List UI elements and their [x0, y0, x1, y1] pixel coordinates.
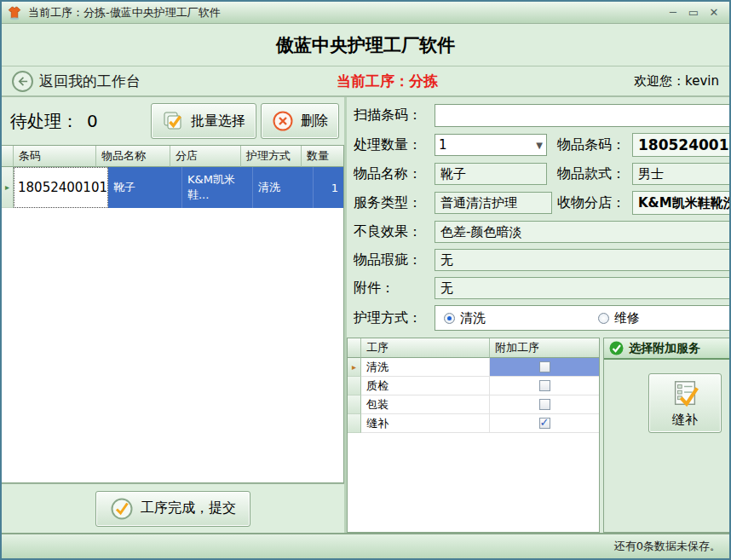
process-row-qc[interactable]: 质检	[348, 377, 599, 395]
back-label: 返回我的工作台	[39, 72, 141, 91]
cell-item-name[interactable]: 靴子	[108, 167, 182, 208]
pending-count-label: 待处理：0	[10, 110, 151, 133]
delete-label: 删除	[301, 113, 328, 130]
process-name[interactable]: 缝补	[361, 414, 490, 433]
checkbox-pack[interactable]	[539, 399, 550, 410]
item-form: 扫描条码： 处理数量： 1 ▼ 物品条码： 18052400101 物品名称： …	[347, 97, 729, 338]
flaw-value: 无	[435, 249, 729, 271]
mend-service-button[interactable]: 缝补	[648, 373, 722, 433]
flaw-label: 物品瑕疵：	[354, 251, 435, 269]
table-empty-area	[2, 208, 343, 482]
process-table-header: 工序 附加工序	[348, 338, 599, 358]
process-table-empty	[348, 433, 599, 532]
mend-service-label: 缝补	[672, 412, 698, 428]
extra-services-title: 选择附加服务	[629, 341, 700, 356]
process-checkbox-cell[interactable]	[490, 358, 599, 377]
checkbox-mend[interactable]	[539, 418, 550, 429]
page-title: 傲蓝中央护理工厂软件	[276, 33, 455, 57]
radio-wash-label[interactable]: 清洗	[460, 310, 486, 326]
item-style-value: 男士	[632, 163, 729, 185]
back-to-workbench-button[interactable]: 返回我的工作台	[12, 71, 141, 92]
process-name[interactable]: 清洗	[361, 358, 490, 377]
cell-branch[interactable]: K&M凯米鞋...	[182, 167, 253, 208]
cell-care-method[interactable]: 清洗	[253, 167, 314, 208]
receive-branch-label: 收物分店：	[557, 194, 632, 212]
batch-check-icon	[162, 110, 184, 132]
green-check-icon	[609, 341, 624, 355]
close-icon[interactable]: ✕	[704, 3, 724, 23]
row-gutter	[348, 377, 361, 395]
qty-label: 处理数量：	[354, 136, 435, 154]
welcome-text: 欢迎您：kevin	[634, 73, 719, 89]
app-header: 傲蓝中央护理工厂软件	[2, 24, 729, 66]
item-name-value: 靴子	[435, 163, 547, 185]
left-panel: 待处理：0 批量选择 删除	[2, 97, 347, 533]
checkbox-wash[interactable]	[539, 361, 550, 372]
item-name-label: 物品名称：	[354, 165, 435, 183]
radio-wash[interactable]	[444, 313, 455, 324]
care-method-group: 清洗 维修	[435, 305, 729, 331]
process-checkbox-cell[interactable]	[490, 377, 599, 395]
col-process[interactable]: 工序	[361, 338, 490, 358]
extra-services-body: 缝补	[604, 360, 729, 532]
radio-repair[interactable]	[598, 313, 609, 324]
batch-select-button[interactable]: 批量选择	[151, 103, 256, 139]
cell-barcode[interactable]: 18052400101	[14, 167, 108, 208]
process-header-gutter	[348, 338, 361, 358]
defect-label: 不良效果：	[354, 223, 435, 241]
radio-repair-label[interactable]: 维修	[614, 310, 640, 326]
current-process-label: 当前工序：分拣	[141, 72, 634, 91]
username: kevin	[685, 73, 719, 89]
attachment-value: 无	[435, 277, 729, 299]
table-row[interactable]: ▸ 18052400101 靴子 K&M凯米鞋... 清洗 1	[2, 167, 343, 208]
chevron-down-icon[interactable]: ▼	[536, 141, 543, 150]
header-gutter	[2, 146, 14, 167]
process-checkbox-cell[interactable]	[490, 395, 599, 414]
main-area: 待处理：0 批量选择 删除	[2, 97, 729, 533]
process-name[interactable]: 包装	[361, 395, 490, 414]
qty-value: 1	[439, 137, 447, 153]
bottom-section: 工序 附加工序 ▸ 清洗 质检 包装	[347, 338, 729, 533]
checkbox-qc[interactable]	[539, 380, 550, 391]
items-table-header: 条码 物品名称 分店 护理方式 数量	[2, 146, 343, 167]
app-window: 当前工序：分拣-傲蓝中央护理工厂软件 ─ ▭ ✕ 傲蓝中央护理工厂软件 返回我的…	[0, 0, 731, 560]
defect-value: 色差-颜色暗淡	[435, 221, 729, 243]
maximize-icon[interactable]: ▭	[683, 3, 704, 23]
extra-services-header: 选择附加服务	[604, 338, 729, 360]
submit-check-icon	[110, 497, 134, 521]
queue-toolbar: 待处理：0 批量选择 删除	[2, 97, 344, 145]
title-bar: 当前工序：分拣-傲蓝中央护理工厂软件 ─ ▭ ✕	[2, 2, 729, 24]
col-qty[interactable]: 数量	[302, 146, 343, 167]
col-barcode[interactable]: 条码	[14, 146, 96, 167]
col-extra-process[interactable]: 附加工序	[490, 338, 599, 358]
extra-services-panel: 选择附加服务	[603, 338, 729, 533]
col-branch[interactable]: 分店	[170, 146, 241, 167]
process-checkbox-cell[interactable]	[490, 414, 599, 433]
right-panel: 扫描条码： 处理数量： 1 ▼ 物品条码： 18052400101 物品名称： …	[347, 97, 729, 533]
process-row-pack[interactable]: 包装	[348, 395, 599, 414]
process-row-wash[interactable]: ▸ 清洗	[348, 358, 599, 377]
process-table: 工序 附加工序 ▸ 清洗 质检 包装	[347, 338, 600, 533]
app-shirt-icon	[7, 5, 22, 20]
col-item-name[interactable]: 物品名称	[96, 146, 170, 167]
items-table: 条码 物品名称 分店 护理方式 数量 ▸ 18052400101 靴子 K&M凯…	[2, 145, 344, 483]
row-gutter	[348, 395, 361, 414]
cell-qty[interactable]: 1	[314, 167, 343, 208]
submit-label: 工序完成，提交	[141, 499, 236, 517]
row-gutter	[348, 414, 361, 433]
scan-barcode-input[interactable]	[435, 104, 729, 127]
welcome-label: 欢迎您：	[634, 73, 685, 89]
mend-service-icon	[669, 378, 701, 409]
col-care-method[interactable]: 护理方式	[241, 146, 302, 167]
nav-bar: 返回我的工作台 当前工序：分拣 欢迎您：kevin	[2, 66, 729, 97]
process-name[interactable]: 质检	[361, 377, 490, 395]
window-title: 当前工序：分拣-傲蓝中央护理工厂软件	[28, 5, 221, 20]
qty-combobox[interactable]: 1 ▼	[435, 134, 547, 156]
item-barcode-value: 18052400101	[632, 133, 729, 157]
status-bar: 还有0条数据未保存。	[2, 533, 729, 558]
minimize-icon[interactable]: ─	[663, 3, 683, 23]
process-row-mend[interactable]: 缝补	[348, 414, 599, 433]
service-type-label: 服务类型：	[354, 194, 435, 212]
delete-button[interactable]: 删除	[261, 103, 339, 139]
submit-process-button[interactable]: 工序完成，提交	[95, 491, 250, 527]
